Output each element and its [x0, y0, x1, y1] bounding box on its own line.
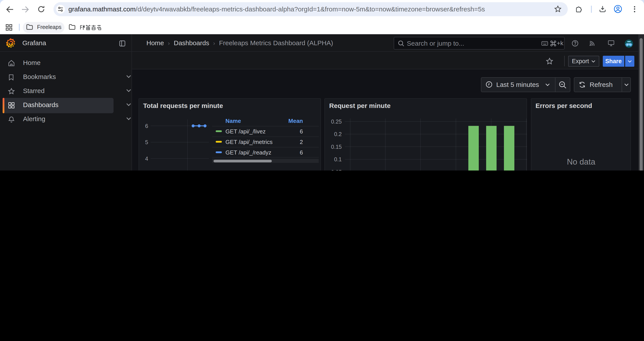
- svg-text:6: 6: [145, 123, 148, 129]
- svg-text:0.15: 0.15: [331, 144, 342, 150]
- svg-text:4: 4: [145, 156, 148, 162]
- svg-text:0.25: 0.25: [331, 119, 342, 125]
- svg-text:0.2: 0.2: [334, 131, 342, 137]
- svg-text:0.05: 0.05: [331, 169, 342, 171]
- svg-text:5: 5: [145, 139, 148, 145]
- svg-text:0.1: 0.1: [334, 156, 342, 162]
